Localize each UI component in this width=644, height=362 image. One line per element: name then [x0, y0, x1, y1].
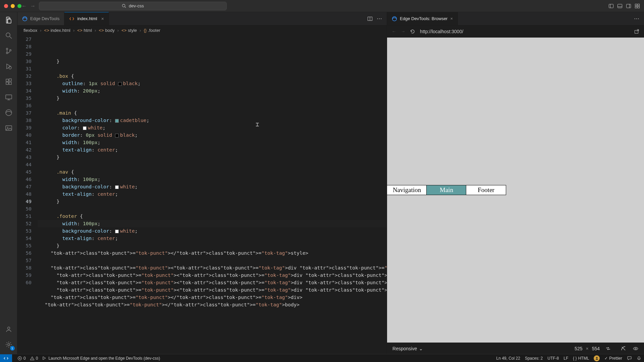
breadcrumb-node[interactable]: html — [84, 28, 92, 33]
svg-point-33 — [392, 16, 397, 21]
element-icon: <> — [121, 28, 126, 33]
notifications-icon[interactable] — [637, 356, 641, 361]
layout-panel-left-icon[interactable] — [608, 3, 614, 9]
extensions-icon[interactable] — [4, 77, 13, 86]
edge-devtools-icon[interactable] — [4, 108, 13, 117]
viewport-height[interactable]: 554 — [592, 346, 600, 351]
explorer-icon[interactable] — [4, 15, 13, 25]
preview-main-box: Main — [427, 185, 466, 195]
device-emulation-bar: Responsive ⌄ 525 × 554 — [387, 343, 644, 354]
layout-customize-icon[interactable] — [634, 3, 641, 9]
svg-point-29 — [8, 344, 10, 346]
svg-point-41 — [596, 357, 597, 358]
svg-point-25 — [6, 110, 12, 116]
breadcrumb-node[interactable]: body — [105, 28, 115, 33]
tab-devtools-browser[interactable]: Edge DevTools: Browser × — [387, 12, 458, 25]
gallery-icon[interactable] — [4, 123, 13, 133]
settings-gear-icon[interactable] — [4, 340, 13, 349]
device-mode-select[interactable]: Responsive ⌄ — [392, 346, 423, 351]
close-window-button[interactable] — [4, 4, 8, 8]
nav-forward-button[interactable]: → — [30, 3, 36, 9]
browser-toolbar: ← → http://localhost:3000/ — [387, 25, 644, 38]
svg-point-16 — [9, 50, 11, 51]
screenshot-icon[interactable] — [621, 346, 627, 352]
title-nav: ← → — [21, 3, 36, 9]
close-icon[interactable]: × — [450, 16, 453, 21]
svg-line-13 — [10, 37, 12, 39]
svg-point-14 — [6, 48, 7, 50]
chevron-right-icon: › — [40, 28, 41, 33]
open-external-icon[interactable] — [634, 29, 639, 34]
chevron-right-icon: › — [95, 28, 96, 33]
code-braces-icon: { } — [573, 356, 577, 361]
maximize-window-button[interactable] — [17, 4, 21, 8]
source-control-icon[interactable] — [4, 46, 13, 56]
svg-point-15 — [6, 52, 7, 54]
close-icon[interactable]: × — [101, 16, 104, 21]
layout-panel-bottom-icon[interactable] — [616, 3, 623, 9]
code-area[interactable]: ⌶ } .box { outline: 1px solid black; wid… — [38, 35, 387, 354]
editor-body[interactable]: 2728293031323334353637383940414243444546… — [17, 35, 387, 354]
nav-back-button[interactable]: ← — [21, 3, 27, 9]
browser-tabs: Edge DevTools: Browser × ⋯ — [387, 12, 644, 25]
language-mode[interactable]: { } HTML — [573, 356, 589, 361]
browser-viewport[interactable]: Navigation Main Footer — [387, 38, 644, 343]
split-editor-icon[interactable] — [367, 16, 373, 21]
window-controls — [0, 4, 21, 8]
breadcrumbs[interactable]: flexbox › <> index.html › <> html › <> b… — [17, 25, 387, 35]
svg-rect-18 — [6, 79, 8, 81]
run-debug-icon[interactable] — [4, 62, 13, 71]
launch-task[interactable]: Launch Microsoft Edge and open the Edge … — [42, 356, 160, 361]
minimize-window-button[interactable] — [11, 4, 15, 8]
viewport-width[interactable]: 525 — [575, 346, 582, 351]
layout-panel-right-icon[interactable] — [625, 3, 632, 9]
multiply-icon: × — [586, 346, 588, 351]
chevron-right-icon: › — [73, 28, 74, 33]
remote-indicator[interactable] — [0, 354, 12, 362]
feedback-icon[interactable] — [627, 356, 632, 361]
vision-icon[interactable] — [633, 346, 639, 352]
browser-forward-button[interactable]: → — [401, 29, 405, 34]
svg-rect-6 — [627, 4, 631, 8]
svg-point-27 — [7, 127, 8, 128]
browser-reload-button[interactable] — [410, 29, 415, 34]
search-icon[interactable] — [4, 31, 13, 40]
browser-url[interactable]: http://localhost:3000/ — [420, 29, 629, 34]
breadcrumb-folder[interactable]: flexbox — [23, 28, 37, 33]
tab-edge-devtools[interactable]: Edge DevTools — [17, 12, 64, 25]
svg-rect-21 — [9, 79, 11, 81]
more-actions-icon[interactable]: ⋯ — [634, 15, 640, 22]
tab-index-html[interactable]: index.html × — [64, 12, 109, 25]
status-bar: 0 0 Launch Microsoft Edge and open the E… — [0, 354, 644, 362]
problems-warnings[interactable]: 0 — [30, 356, 38, 361]
html-file-icon: <> — [44, 28, 49, 33]
svg-rect-22 — [6, 95, 12, 99]
encoding[interactable]: UTF-8 — [547, 356, 559, 361]
browser-back-button[interactable]: ← — [392, 29, 396, 34]
cursor-position[interactable]: Ln 49, Col 22 — [496, 356, 520, 361]
title-layout-controls — [608, 3, 644, 9]
svg-line-1 — [125, 7, 126, 8]
command-center[interactable]: dev-css — [39, 2, 227, 10]
chevron-right-icon: › — [140, 28, 141, 33]
browser-preview-group: Edge DevTools: Browser × ⋯ ← → http://lo… — [387, 12, 644, 354]
chevron-right-icon: › — [117, 28, 119, 33]
more-actions-icon[interactable]: ⋯ — [377, 15, 383, 22]
tab-label: Edge DevTools — [30, 16, 59, 21]
breadcrumb-file[interactable]: index.html — [51, 28, 70, 33]
indentation[interactable]: Spaces: 2 — [525, 356, 543, 361]
live-share-icon[interactable] — [594, 355, 600, 361]
accounts-icon[interactable] — [4, 324, 13, 334]
problems-errors[interactable]: 0 — [17, 356, 26, 361]
svg-rect-8 — [635, 4, 637, 6]
svg-point-12 — [6, 33, 10, 37]
edge-icon — [392, 16, 397, 21]
remote-explorer-icon[interactable] — [4, 93, 13, 102]
breadcrumb-node[interactable]: .footer — [148, 28, 160, 33]
editor-group: Edge DevTools index.html × ⋯ flexbox › <… — [17, 12, 387, 354]
rotate-icon[interactable] — [605, 346, 611, 352]
breadcrumb-node[interactable]: style — [128, 28, 137, 33]
element-icon: <> — [99, 28, 104, 33]
eol[interactable]: LF — [564, 356, 568, 361]
prettier-status[interactable]: ✓ Prettier — [604, 356, 622, 361]
